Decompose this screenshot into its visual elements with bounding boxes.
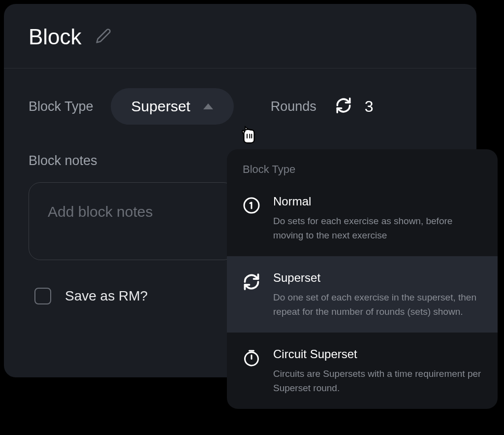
refresh-icon <box>243 273 260 291</box>
popup-item-desc: Circuits are Supersets with a time requi… <box>273 367 482 395</box>
save-rm-checkbox[interactable] <box>34 288 51 304</box>
block-type-label: Block Type <box>29 99 94 114</box>
popup-item-normal[interactable]: Normal Do sets for each exercise as show… <box>227 180 498 256</box>
popup-item-title: Superset <box>273 271 482 285</box>
one-circle-icon <box>243 197 260 214</box>
rounds-group: Rounds 3 <box>271 97 374 116</box>
popup-title: Block Type <box>227 149 498 180</box>
popup-item-superset[interactable]: Superset Do one set of each exercise in … <box>227 256 498 333</box>
popup-item-desc: Do sets for each exercise as shown, befo… <box>273 214 482 242</box>
popup-item-title: Normal <box>273 195 482 208</box>
popup-item-content: Circuit Superset Circuits are Supersets … <box>273 347 482 395</box>
edit-icon[interactable] <box>95 28 111 46</box>
rounds-value-group[interactable]: 3 <box>335 97 374 116</box>
block-title: Block <box>29 25 82 49</box>
cursor-pointer-icon <box>239 124 259 145</box>
save-rm-label: Save as RM? <box>65 288 148 304</box>
popup-item-desc: Do one set of each exercise in the super… <box>273 291 482 319</box>
popup-item-title: Circuit Superset <box>273 347 482 361</box>
block-type-popup: Block Type Normal Do sets for each exerc… <box>227 149 498 409</box>
refresh-icon <box>335 97 352 116</box>
popup-item-content: Normal Do sets for each exercise as show… <box>273 195 482 242</box>
block-type-dropdown[interactable]: Superset <box>111 88 234 125</box>
timer-icon <box>243 349 260 367</box>
popup-item-circuit[interactable]: Circuit Superset Circuits are Supersets … <box>227 333 498 409</box>
caret-up-icon <box>203 103 213 109</box>
notes-input[interactable]: Add block notes <box>29 182 235 260</box>
block-type-selected: Superset <box>131 98 190 115</box>
rounds-label: Rounds <box>271 99 316 114</box>
rounds-value: 3 <box>365 98 374 116</box>
popup-item-content: Superset Do one set of each exercise in … <box>273 271 482 319</box>
card-header: Block <box>4 4 476 68</box>
